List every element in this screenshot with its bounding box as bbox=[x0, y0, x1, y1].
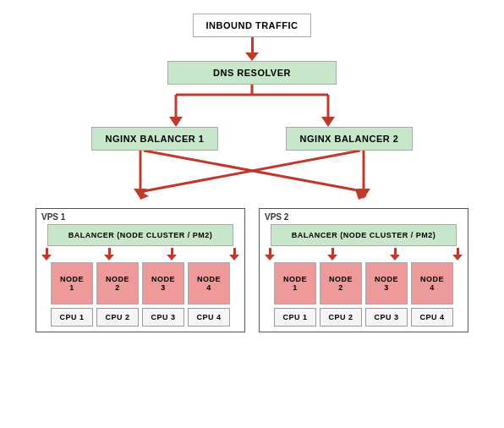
cross-arrows bbox=[15, 151, 489, 208]
vps2-node2: NODE2 bbox=[320, 262, 362, 305]
fork-arrows bbox=[83, 85, 421, 127]
arrow-vps2-node3 bbox=[390, 248, 400, 261]
arrow-vps1-node3 bbox=[167, 248, 177, 261]
vps1-balancer-box: BALANCER (NODE CLUSTER / PM2) bbox=[47, 224, 233, 246]
nginx-balancer-2-box: NGINX BALANCER 2 bbox=[286, 127, 413, 151]
vps1-node1: NODE1 bbox=[51, 262, 93, 305]
vps1-cpu3: CPU 3 bbox=[142, 308, 184, 326]
arrow-inbound-to-dns bbox=[245, 37, 259, 61]
svg-marker-3 bbox=[169, 117, 183, 127]
diagram: INBOUND TRAFFIC DNS RESOLVER NGINX BALAN… bbox=[0, 0, 504, 428]
vps2-node3: NODE3 bbox=[365, 262, 408, 305]
vps1-cpu1: CPU 1 bbox=[51, 308, 93, 326]
vps2-cpu2: CPU 2 bbox=[320, 308, 362, 326]
dns-resolver-box: DNS RESOLVER bbox=[167, 61, 337, 85]
svg-marker-6 bbox=[321, 117, 335, 127]
arrow-vps2-node1 bbox=[265, 248, 275, 261]
arrow-vps2-node4 bbox=[452, 248, 463, 261]
vps2-node4: NODE4 bbox=[411, 262, 453, 305]
arrow-vps1-node1 bbox=[41, 248, 52, 261]
vps1-node2: NODE2 bbox=[96, 262, 139, 305]
vps1-container: VPS 1 BALANCER (NODE CLUSTER / PM2) NODE… bbox=[36, 208, 245, 332]
arrow-vps2-node2 bbox=[327, 248, 337, 261]
vps1-node3: NODE3 bbox=[142, 262, 184, 305]
inbound-traffic-box: INBOUND TRAFFIC bbox=[193, 14, 311, 37]
vps1-label: VPS 1 bbox=[41, 212, 65, 222]
vps1-node4: NODE4 bbox=[188, 262, 230, 305]
vps2-node1: NODE1 bbox=[274, 262, 316, 305]
arrow-vps1-node4 bbox=[229, 248, 239, 261]
vps2-cpu4: CPU 4 bbox=[411, 308, 453, 326]
vps2-cpu3: CPU 3 bbox=[365, 308, 408, 326]
vps1-cpu2: CPU 2 bbox=[96, 308, 139, 326]
vps2-cpu1: CPU 1 bbox=[274, 308, 316, 326]
vps2-balancer-box: BALANCER (NODE CLUSTER / PM2) bbox=[271, 224, 457, 246]
arrow-vps1-node2 bbox=[104, 248, 114, 261]
vps2-container: VPS 2 BALANCER (NODE CLUSTER / PM2) NODE… bbox=[259, 208, 468, 332]
vps1-cpu4: CPU 4 bbox=[188, 308, 230, 326]
nginx-balancer-1-box: NGINX BALANCER 1 bbox=[91, 127, 218, 151]
vps2-label: VPS 2 bbox=[265, 212, 288, 222]
